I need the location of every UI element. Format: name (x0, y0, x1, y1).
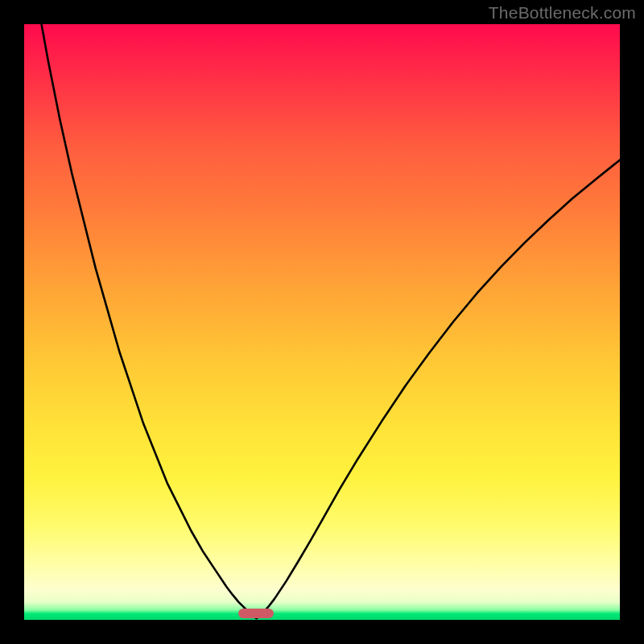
chart-frame: TheBottleneck.com (0, 0, 644, 644)
plot-area (24, 24, 620, 620)
optimal-marker (238, 609, 274, 618)
watermark-text: TheBottleneck.com (489, 3, 636, 23)
bottleneck-curve (24, 24, 620, 620)
